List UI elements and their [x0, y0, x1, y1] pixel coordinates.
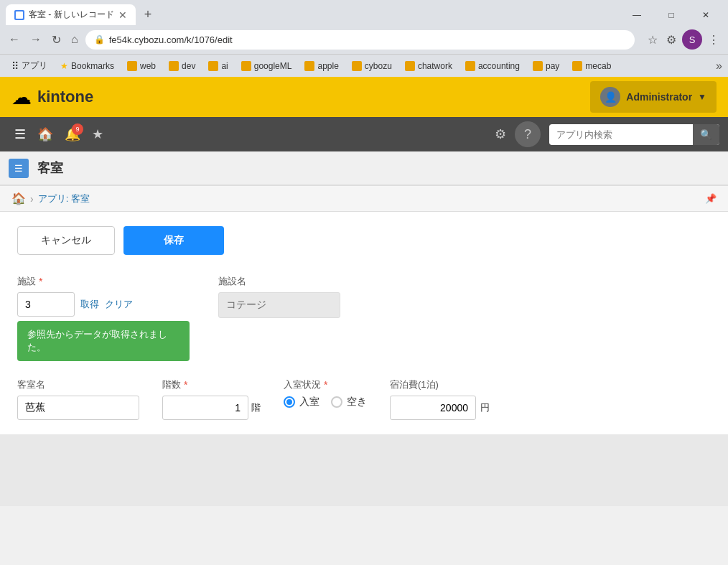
status-option2-label: 空き: [347, 396, 367, 408]
home-button[interactable]: ⌂: [68, 30, 81, 49]
bookmark-web-label: web: [140, 61, 156, 71]
bookmark-dev-label: dev: [182, 61, 195, 71]
nav-home-icon[interactable]: 🏠: [32, 121, 59, 148]
bookmark-googleml[interactable]: googleML: [235, 59, 298, 73]
floor-label: 階数 *: [162, 378, 261, 391]
search-input[interactable]: [549, 125, 693, 144]
clear-button[interactable]: クリア: [105, 298, 133, 311]
room-name-input[interactable]: [17, 396, 139, 420]
title-bar: 客室 - 新しいレコード ✕ + — □ ✕: [0, 0, 728, 25]
form-area: キャンセル 保存 施設 * 取得 クリア 参照先からデータが取得されました。 施…: [0, 212, 728, 434]
kintone-app: ☁ kintone 👤 Administrator ▼ ☰ 🏠 🔔 9 ★ ⚙ …: [0, 77, 728, 506]
required-star-status: *: [324, 379, 327, 391]
address-bar: ← → ↻ ⌂ 🔒 fe54k.cybozu.com/k/1076/edit ☆…: [0, 25, 728, 54]
breadcrumb-app-link[interactable]: アプリ: 客室: [38, 192, 90, 205]
bookmarks-more-icon[interactable]: »: [716, 60, 722, 73]
nav-favorite-icon[interactable]: ★: [86, 121, 109, 148]
back-button[interactable]: ←: [6, 30, 23, 49]
search-box: 🔍: [549, 124, 719, 145]
room-name-group: 客室名: [17, 378, 139, 420]
facility-name-group: 施設名 コテージ: [218, 275, 340, 318]
user-dropdown-icon: ▼: [698, 92, 706, 102]
floor-unit: 階: [251, 401, 261, 414]
bookmark-pay[interactable]: pay: [527, 59, 565, 73]
new-tab-button[interactable]: +: [139, 4, 158, 25]
notification-badge: 9: [72, 123, 83, 135]
nav-bell-icon[interactable]: 🔔 9: [59, 121, 86, 148]
bookmark-apps-label: アプリ: [22, 60, 47, 72]
radio-checkin-circle: [284, 396, 295, 408]
fetch-button[interactable]: 取得: [80, 298, 99, 311]
hamburger-menu-icon[interactable]: ☰: [9, 121, 32, 148]
bookmark-apps[interactable]: ⠿ アプリ: [6, 57, 53, 74]
bookmark-accounting[interactable]: accounting: [459, 59, 526, 73]
kintone-logo: ☁ kintone: [11, 85, 93, 109]
room-name-label: 客室名: [17, 378, 139, 391]
logo-text: kintone: [37, 88, 93, 106]
floor-input[interactable]: [162, 396, 248, 420]
bookmark-pay-label: pay: [546, 61, 559, 71]
avatar-icon: 👤: [605, 91, 617, 103]
app-title-bar: ☰ 客室: [0, 151, 728, 186]
minimize-button[interactable]: —: [620, 5, 653, 25]
radio-vacant-circle: [331, 396, 342, 408]
user-menu[interactable]: 👤 Administrator ▼: [590, 81, 717, 113]
kintone-header: ☁ kintone 👤 Administrator ▼: [0, 77, 728, 117]
breadcrumb-home-icon[interactable]: 🏠: [11, 192, 26, 205]
status-option-vacant[interactable]: 空き: [331, 396, 367, 408]
bookmark-cybozu[interactable]: cybozu: [346, 59, 398, 73]
facility-group: 施設 * 取得 クリア 参照先からデータが取得されました。: [17, 275, 190, 361]
tab-close-button[interactable]: ✕: [118, 9, 127, 21]
bookmark-web[interactable]: web: [121, 59, 162, 73]
url-text: fe54k.cybozu.com/k/1076/edit: [109, 34, 233, 45]
extensions-icon[interactable]: ⚙: [663, 29, 679, 50]
profile-icon[interactable]: S: [682, 29, 702, 50]
breadcrumb-separator: ›: [30, 193, 34, 205]
bookmark-apple[interactable]: apple: [299, 59, 344, 73]
price-unit: 円: [480, 401, 490, 414]
price-input[interactable]: [390, 396, 476, 420]
facility-label: 施設 *: [17, 275, 190, 288]
bookmark-ai[interactable]: ai: [202, 59, 233, 73]
bookmark-googleml-label: googleML: [254, 61, 292, 71]
bookmark-bookmarks-label: Bookmarks: [71, 61, 114, 71]
header-right: 👤 Administrator ▼: [590, 81, 717, 113]
close-button[interactable]: ✕: [689, 5, 722, 25]
user-name: Administrator: [626, 91, 692, 103]
floor-input-group: 階: [162, 396, 261, 420]
nav-settings-icon[interactable]: ⚙: [489, 121, 512, 148]
menu-icon[interactable]: ⋮: [705, 29, 722, 50]
price-group: 宿泊費(1泊) 円: [390, 378, 490, 420]
price-label: 宿泊費(1泊): [390, 378, 490, 391]
maximize-button[interactable]: □: [655, 5, 688, 25]
tab-title: 客室 - 新しいレコード: [29, 9, 114, 21]
bottom-gray-area: [0, 434, 728, 506]
reload-button[interactable]: ↻: [49, 30, 64, 50]
radio-checkin-dot: [286, 399, 292, 405]
breadcrumb-pin-icon[interactable]: 📌: [705, 193, 717, 204]
status-option-checkin[interactable]: 入室: [284, 396, 319, 408]
bookmark-bookmarks[interactable]: ★ Bookmarks: [55, 59, 120, 73]
browser-chrome: 客室 - 新しいレコード ✕ + — □ ✕ ← → ↻ ⌂ 🔒 fe54k.c…: [0, 0, 728, 77]
forward-button[interactable]: →: [27, 30, 45, 49]
active-tab[interactable]: 客室 - 新しいレコード ✕: [6, 4, 136, 25]
cancel-button[interactable]: キャンセル: [17, 226, 115, 255]
save-button[interactable]: 保存: [123, 226, 224, 255]
nav-help-icon[interactable]: ?: [515, 121, 541, 147]
search-button[interactable]: 🔍: [693, 124, 719, 145]
bookmark-chatwork[interactable]: chatwork: [399, 59, 458, 73]
kintone-nav: ☰ 🏠 🔔 9 ★ ⚙ ? 🔍: [0, 117, 728, 151]
facility-input[interactable]: [17, 292, 75, 317]
facility-name-value: コテージ: [218, 292, 340, 318]
bookmark-star-icon[interactable]: ☆: [645, 29, 661, 50]
second-form-row: 客室名 階数 * 階 入室状況 *: [17, 378, 711, 420]
app-title-text: 客室: [37, 159, 63, 177]
breadcrumb: 🏠 › アプリ: 客室 📌: [0, 186, 728, 212]
bookmark-dev[interactable]: dev: [163, 59, 201, 73]
bookmark-mecab[interactable]: mecab: [566, 59, 617, 73]
address-input[interactable]: 🔒 fe54k.cybozu.com/k/1076/edit: [85, 30, 635, 50]
address-right-icons: ☆ ⚙ S ⋮: [645, 29, 722, 50]
status-radio-group: 入室 空き: [284, 396, 367, 408]
floor-group: 階数 * 階: [162, 378, 261, 420]
facility-row: 施設 * 取得 クリア 参照先からデータが取得されました。 施設名 コテージ: [17, 275, 711, 361]
